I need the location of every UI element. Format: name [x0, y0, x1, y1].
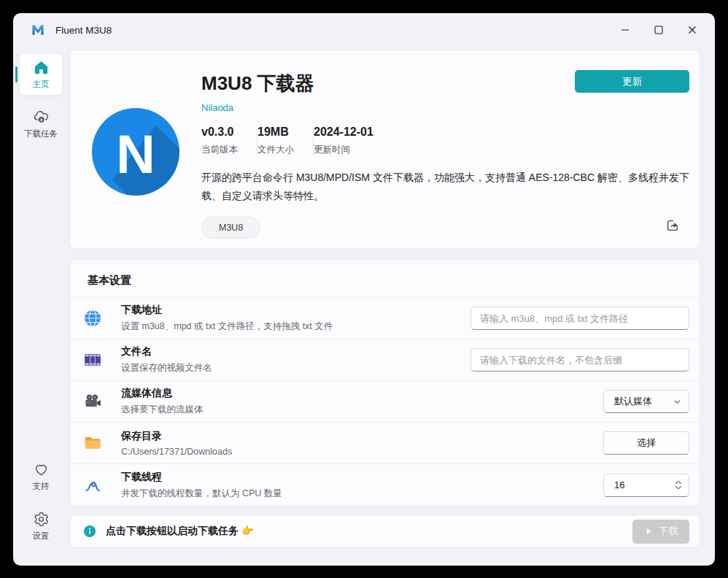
chevron-down-icon [673, 398, 681, 406]
chevron-up-icon[interactable] [675, 480, 682, 485]
threads-input[interactable] [605, 479, 675, 490]
author-link[interactable]: Nilaoda [201, 102, 700, 113]
setting-subtitle: 选择要下载的流媒体 [121, 404, 204, 416]
sidebar-item-label: 下载任务 [24, 128, 58, 139]
setting-title: 流媒体信息 [121, 387, 204, 400]
setting-row-threads: 下载线程 并发下载的线程数量，默认为 CPU 数量 [70, 464, 700, 506]
setting-title: 下载地址 [121, 304, 333, 317]
sidebar-item-settings[interactable]: 设置 [20, 506, 62, 547]
play-icon [644, 527, 653, 536]
window-title: Fluent M3U8 [55, 25, 112, 36]
setting-text: 保存目录 C:/Users/17371/Downloads [121, 430, 232, 457]
setting-control: 选择 [603, 431, 689, 455]
movie-camera-icon [83, 392, 102, 411]
setting-control [471, 307, 689, 330]
sidebar-item-label: 主页 [33, 79, 50, 90]
setting-control: 默认媒体 [603, 390, 689, 413]
stat-value: 19MB [257, 126, 294, 139]
main-content: N 更新 M3U8 下载器 Nilaoda v0.3.0 当前版本 19MB 文… [69, 47, 715, 566]
setting-subtitle: 设置 m3u8、mpd 或 txt 文件路径，支持拖拽 txt 文件 [121, 320, 333, 333]
section-title: 基本设置 [70, 260, 700, 298]
setting-title: 下载线程 [121, 471, 282, 484]
app-window: Fluent M3U8 主页 下载任务 [13, 13, 715, 566]
sidebar-item-label: 设置 [33, 531, 50, 542]
stat-filesize: 19MB 文件大小 [257, 126, 313, 156]
thread-icon [83, 476, 102, 495]
choose-directory-button[interactable]: 选择 [603, 431, 689, 455]
setting-subtitle: 并发下载的线程数量，默认为 CPU 数量 [121, 488, 282, 500]
setting-title: 文件名 [121, 345, 212, 358]
app-logo-icon [31, 23, 45, 37]
folder-icon [83, 434, 102, 452]
media-select[interactable]: 默认媒体 [603, 390, 689, 413]
footer-hint-card: 点击下载按钮以启动下载任务 👉 下载 [69, 515, 700, 548]
app-description: 开源的跨平台命令行 M3U8/MPD/ISM 文件下载器，功能强大，支持普通 A… [201, 169, 692, 205]
stat-label: 更新时间 [314, 144, 373, 156]
stat-version: v0.3.0 当前版本 [201, 126, 257, 156]
sidebar: 主页 下载任务 支持 设置 [13, 47, 69, 566]
threads-stepper[interactable] [603, 474, 689, 497]
chevron-down-icon[interactable] [675, 485, 682, 490]
setting-text: 文件名 设置保存的视频文件名 [121, 345, 212, 374]
maximize-button[interactable] [642, 18, 675, 42]
setting-control [471, 348, 689, 371]
update-button[interactable]: 更新 [575, 70, 689, 93]
tag-m3u8[interactable]: M3U8 [201, 217, 260, 239]
film-icon [83, 350, 102, 369]
globe-icon [83, 309, 102, 328]
info-icon [83, 525, 96, 538]
setting-row-stream-info: 流媒体信息 选择要下载的流媒体 默认媒体 [70, 381, 700, 423]
footer-message: 点击下载按钮以启动下载任务 👉 [106, 525, 254, 538]
minimize-button[interactable] [608, 18, 642, 42]
setting-text: 下载线程 并发下载的线程数量，默认为 CPU 数量 [121, 471, 282, 500]
setting-row-download-url: 下载地址 设置 m3u8、mpd 或 txt 文件路径，支持拖拽 txt 文件 [70, 298, 700, 339]
setting-text: 流媒体信息 选择要下载的流媒体 [121, 387, 204, 416]
download-button-label: 下载 [659, 525, 678, 538]
app-logo: N [92, 108, 179, 196]
sidebar-item-download-tasks[interactable]: 下载任务 [20, 104, 62, 144]
setting-control [603, 474, 689, 497]
stat-updated: 2024-12-01 更新时间 [314, 126, 392, 156]
setting-row-save-dir: 保存目录 C:/Users/17371/Downloads 选择 [70, 423, 700, 464]
setting-title: 保存目录 [121, 430, 232, 443]
setting-subtitle-path: C:/Users/17371/Downloads [121, 447, 232, 457]
setting-subtitle: 设置保存的视频文件名 [121, 362, 212, 374]
home-icon [33, 59, 50, 76]
sidebar-item-label: 支持 [33, 481, 50, 492]
share-icon[interactable] [665, 217, 681, 234]
setting-text: 下载地址 设置 m3u8、mpd 或 txt 文件路径，支持拖拽 txt 文件 [121, 304, 333, 333]
stat-value: v0.3.0 [201, 126, 238, 139]
sidebar-item-home[interactable]: 主页 [20, 54, 62, 95]
svg-text:N: N [116, 124, 155, 185]
stat-label: 文件大小 [257, 144, 294, 156]
filename-input[interactable] [471, 348, 689, 371]
app-stats: v0.3.0 当前版本 19MB 文件大小 2024-12-01 更新时间 [201, 126, 700, 156]
download-url-input[interactable] [471, 307, 689, 330]
gear-icon [33, 511, 50, 528]
stat-label: 当前版本 [201, 144, 238, 156]
basic-settings-card: 基本设置 下载地址 设置 m3u8、mpd 或 txt 文件路径，支持拖拽 tx… [69, 259, 700, 506]
heart-icon [33, 461, 50, 478]
stat-value: 2024-12-01 [314, 126, 373, 139]
cloud-download-icon [33, 109, 50, 126]
stepper-buttons[interactable] [675, 480, 682, 490]
window-controls [608, 13, 709, 47]
download-button[interactable]: 下载 [632, 520, 689, 544]
close-button[interactable] [675, 18, 709, 42]
n-logo-icon: N [92, 108, 179, 196]
setting-row-filename: 文件名 设置保存的视频文件名 [70, 339, 700, 381]
app-info-card: N 更新 M3U8 下载器 Nilaoda v0.3.0 当前版本 19MB 文… [69, 50, 700, 249]
sidebar-item-support[interactable]: 支持 [20, 456, 62, 497]
title-bar: Fluent M3U8 [13, 13, 715, 47]
media-select-value: 默认媒体 [614, 395, 652, 408]
